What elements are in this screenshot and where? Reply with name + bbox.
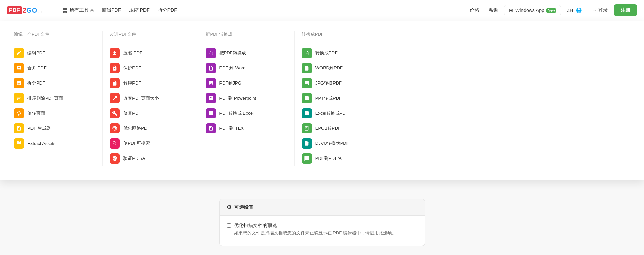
epub-to-pdf-label: EPUB转PDF [315,125,341,131]
nav-price[interactable]: 价格 [466,0,483,21]
tool-protect-pdf[interactable]: 保护PDF [110,61,191,76]
tool-sort-pdf[interactable]: 排序删除PDF页面 [14,91,96,106]
tool-pdf-to-ppt[interactable]: PDF到 Powerpoint [206,91,288,106]
compress-pdf-icon [110,48,120,58]
tool-resize-pdf[interactable]: 改变PDF页面大小 [110,91,191,106]
dropdown-col-from-pdf: 把PDF转换成 把PDF转换成 PDF 到 Word PDF到JPG [199,31,295,166]
nav-all-tools[interactable]: 所有工具 [59,0,98,21]
sort-pdf-label: 排序删除PDF页面 [27,95,63,101]
repair-pdf-icon [110,108,120,118]
tool-djvu-to-pdf[interactable]: DJVU转换为PDF [302,136,383,151]
pdf-to-word-icon [206,63,216,73]
tool-epub-to-pdf[interactable]: EPUB转PDF [302,121,383,136]
tool-rotate-pdf[interactable]: 旋转页面 [14,106,96,121]
optimize-scan-row: 优化扫描文档的预览 如果您的文件是扫描文档或您的文件未正确显示在 PDF 编辑器… [227,222,418,236]
col3-title: 把PDF转换成 [206,31,288,40]
optimize-pdf-icon [110,123,120,133]
nav-edit-pdf[interactable]: 编辑PDF [98,0,125,21]
register-button[interactable]: 注册 [614,4,637,16]
verify-pdf-label: 验证PDF/A [123,155,145,162]
extract-assets-icon [14,138,24,149]
tool-generate-pdf[interactable]: PDF 生成器 [14,121,96,136]
tool-jpg-to-pdf[interactable]: JPG转换PDF [302,76,383,91]
tool-extract-assets[interactable]: Extract Assets [14,136,96,151]
jpg-to-pdf-label: JPG转换PDF [315,80,342,86]
windows-icon: ⊞ [509,8,513,13]
ppt-to-pdf-icon [302,93,312,103]
excel-to-pdf-label: Excel转换成PDF [315,110,349,116]
generate-pdf-label: PDF 生成器 [27,125,51,131]
col2-title: 改进PDF文件 [110,31,191,40]
pdf-to-ppt-label: PDF到 Powerpoint [219,95,256,101]
header-right: 价格 帮助 ⊞ Windows App New ZH 🌐 → 登录 注册 [466,0,637,21]
split-pdf-icon [14,78,24,88]
pdf-to-excel-label: PDF转换成 Excel [219,110,254,116]
tool-pdf-to-excel[interactable]: PDF转换成 Excel [206,106,288,121]
optimize-scan-checkbox[interactable] [227,223,231,228]
pdf-to-pdfa-label: PDF到PDF/A [315,155,342,162]
lang-label: ZH [567,8,573,13]
excel-to-pdf-icon [302,108,312,118]
all-tools-label: 所有工具 [70,7,89,13]
windows-app-button[interactable]: ⊞ Windows App New [504,5,561,15]
pdf-to-text-icon [206,123,216,133]
tool-ppt-to-pdf[interactable]: PPT转成PDF [302,91,383,106]
tool-merge-pdf[interactable]: 合并 PDF [14,61,96,76]
optimize-scan-label[interactable]: 优化扫描文档的预览 [234,222,277,228]
tool-pdf-to-pdfa[interactable]: PDF到PDF/A [302,151,383,166]
tool-excel-to-pdf[interactable]: Excel转换成PDF [302,106,383,121]
unlock-pdf-icon [110,78,120,88]
new-badge: New [546,8,556,13]
to-pdf-label: 转换成PDF [315,50,338,56]
split-pdf-label: 拆分PDF [158,7,177,13]
tool-searchable-pdf[interactable]: 使PDF可搜索 [110,136,191,151]
header: PDF 2 GO .io 所有工具 编辑PDF 压缩 PDF 拆分PDF 价格 … [0,0,644,21]
searchable-pdf-label: 使PDF可搜索 [123,140,150,146]
dropdown-col-to-pdf: 转换成PDF 转换成PDF WORD到PDF JPG转换PDF [295,31,390,166]
pdf-to-text-label: PDF 到 TEXT [219,125,247,131]
protect-pdf-label: 保护PDF [123,65,141,71]
optimize-scan-desc: 如果您的文件是扫描文档或您的文件未正确显示在 PDF 编辑器中，请启用此选项。 [234,230,396,236]
login-button[interactable]: → 登录 [587,5,613,15]
tool-unlock-pdf[interactable]: 解锁PDF [110,76,191,91]
chevron-up-icon [90,9,94,13]
dropdown-col-edit: 编辑一个PDF文件 编辑PDF 合并 PDF 拆分PDF [14,31,103,166]
merge-pdf-icon [14,63,24,73]
nav-split-pdf[interactable]: 拆分PDF [154,0,181,21]
merge-pdf-label: 合并 PDF [27,65,47,71]
logo[interactable]: PDF 2 GO .io [7,6,42,14]
tool-split-pdf[interactable]: 拆分PDF [14,76,96,91]
nav-divider [54,5,54,15]
nav-help[interactable]: 帮助 [485,0,503,21]
dropdown-col-improve: 改进PDF文件 压缩 PDF 保护PDF 解锁PDF [103,31,199,166]
help-label: 帮助 [489,7,498,13]
pdf-to-excel-icon [206,108,216,118]
tool-optimize-pdf[interactable]: 优化网络PDF [110,121,191,136]
compress-pdf-label: 压缩 PDF [123,50,142,56]
settings-title: 可选设置 [234,204,253,211]
tool-pdf-to-text[interactable]: PDF 到 TEXT [206,121,288,136]
epub-to-pdf-icon [302,123,312,133]
tool-word-to-pdf[interactable]: WORD到PDF [302,61,383,76]
searchable-pdf-icon [110,138,120,149]
language-button[interactable]: ZH 🌐 [563,5,586,15]
edit-pdf-label: 编辑PDF [102,7,121,13]
tool-pdf-to-jpg[interactable]: PDF到JPG [206,76,288,91]
tool-edit-pdf[interactable]: 编辑PDF [14,46,96,61]
tool-repair-pdf[interactable]: 修复PDF [110,106,191,121]
word-to-pdf-label: WORD到PDF [315,65,343,71]
nav-compress-pdf[interactable]: 压缩 PDF [125,0,154,21]
tool-compress-pdf[interactable]: 压缩 PDF [110,46,191,61]
tool-to-pdf[interactable]: 转换成PDF [302,46,383,61]
windows-app-label: Windows App [515,8,544,13]
tool-verify-pdf[interactable]: 验证PDF/A [110,151,191,166]
compress-pdf-label: 压缩 PDF [129,7,150,13]
tool-convert-from-pdf[interactable]: 把PDF转换成 [206,46,288,61]
ppt-to-pdf-label: PPT转成PDF [315,95,342,101]
convert-from-pdf-label: 把PDF转换成 [219,50,246,56]
tool-pdf-to-word[interactable]: PDF 到 Word [206,61,288,76]
dropdown-columns: 编辑一个PDF文件 编辑PDF 合并 PDF 拆分PDF [14,31,390,166]
verify-pdf-icon [110,153,120,164]
col4-title: 转换成PDF [302,31,383,40]
djvu-to-pdf-icon [302,138,312,149]
